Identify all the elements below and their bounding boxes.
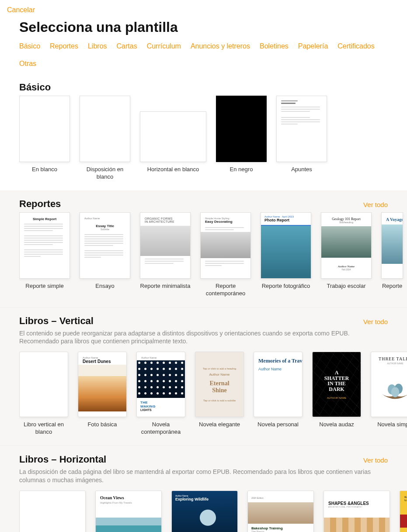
tab-libros[interactable]: Libros	[88, 42, 107, 50]
thumb-text: WAKING	[140, 404, 181, 408]
section-title-libros-v: Libros – Vertical	[19, 315, 94, 327]
thumb-text: AUTHOR NAME	[327, 397, 346, 399]
template-reporte-fotografico[interactable]: Author Name · April 2023Photo Report Rep…	[261, 212, 311, 297]
cancel-link[interactable]: Cancelar	[0, 0, 407, 16]
thumb-text: SHAPES &ANGLES	[328, 501, 385, 506]
thumb-bakeshop: 2024 Edition Bakeshop TrainingThe Basics	[247, 491, 314, 532]
caption: Novela elegante	[195, 421, 244, 428]
thumb-three-tales: THREE TALES AUTHOR NAME	[371, 352, 407, 417]
template-en-negro[interactable]: En negro	[216, 96, 267, 181]
tab-cartas[interactable]: Cartas	[117, 42, 137, 50]
tab-anuncios[interactable]: Anuncios y letreros	[191, 42, 250, 50]
template-novela-contemporanea[interactable]: Author Name THEWAKINGLIGHTS Novela conte…	[136, 352, 185, 436]
thumb-text: Recip	[404, 495, 405, 499]
thumb-text: Geology 101 Report	[326, 217, 367, 221]
thumb-text: IN THE	[327, 380, 345, 387]
section-reportes: Reportes Ver todo Simple Report Reporte …	[0, 190, 407, 307]
caption: Reporte minimalista	[140, 283, 191, 290]
template-en-blanco[interactable]: En blanco	[19, 96, 70, 181]
thumb-text: Bakeshop Training	[251, 526, 310, 530]
template-novela-simple[interactable]: THREE TALES AUTHOR NAME Novela simple	[371, 352, 407, 436]
thumb-voyage: A Voyage to	[381, 212, 403, 279]
template-novela-personal[interactable]: Memories of a Traveler Author Name Novel…	[254, 352, 303, 436]
template-reporte-minimalista[interactable]: ORGANIC FORMSIN ARCHITECTURE Reporte min…	[140, 212, 191, 297]
nest-icon	[378, 375, 407, 402]
thumb-blank	[19, 96, 70, 162]
tab-basico[interactable]: Básico	[19, 42, 40, 50]
thumb-ocean-views: Ocean ViewsHighlights From My Travels	[95, 491, 162, 532]
template-libro-vertical-blanco[interactable]: Libro vertical en blanco	[19, 352, 68, 436]
template-novela-audaz[interactable]: ASHATTERIN THEDARK AUTHOR NAME Novela au…	[312, 352, 361, 436]
thumb-text: Author Name	[141, 356, 181, 359]
template-libro-fotos[interactable]: SHAPES &ANGLESARCHITECTURAL PHOTOGRAPHY …	[324, 491, 390, 532]
tab-papeleria[interactable]: Papelería	[298, 42, 328, 50]
caption: Ensayo	[80, 283, 130, 290]
thumb-eternal-shine: Tap or click to add a heading Author Nam…	[195, 352, 244, 417]
template-trabajo-escolar[interactable]: Geology 101 ReportSubheading Author Name…	[321, 212, 372, 297]
template-apuntes[interactable]: Apuntes	[276, 96, 327, 181]
template-novela-elegante[interactable]: Tap or click to add a heading Author Nam…	[195, 352, 244, 436]
thumb-simple-report: Simple Report	[19, 212, 70, 279]
caption: Foto básica	[78, 421, 127, 428]
section-sub-libros-h: La disposición de cada página del libro …	[19, 468, 386, 484]
thumb-text: Author Name	[209, 373, 230, 377]
section-libros-vertical: Libros – Vertical Ver todo El contenido …	[0, 307, 407, 446]
thumb-text: The Basics	[251, 530, 310, 532]
svg-point-2	[391, 387, 400, 397]
thumb-waking-lights: Author Name THEWAKINGLIGHTS	[136, 352, 185, 417]
thumb-shatter-dark: ASHATTERIN THEDARK AUTHOR NAME	[312, 352, 361, 417]
thumb-text: LIGHTS	[140, 408, 181, 411]
thumb-text: Ocean Views	[100, 495, 157, 500]
thumb-text: Simple Report	[24, 217, 65, 221]
thumb-photo-report: Author Name · April 2023Photo Report	[261, 212, 311, 279]
caption: Novela personal	[254, 421, 303, 428]
thumb-text: SHATTER	[324, 375, 349, 381]
template-basico-h[interactable]: Ocean ViewsHighlights From My Travels Bá…	[95, 491, 162, 532]
see-all-libros-v[interactable]: Ver todo	[363, 318, 388, 325]
tab-boletines[interactable]: Boletines	[260, 42, 289, 50]
caption: Libro vertical en blanco	[19, 421, 68, 436]
template-partial-report[interactable]: A Voyage to Reporte	[381, 212, 403, 297]
tab-certificados[interactable]: Certificados	[337, 42, 374, 50]
thumb-contemp-report: Simple Home StylingEasy Decorating	[200, 212, 251, 279]
section-title-reportes: Reportes	[19, 198, 61, 210]
thumb-book-blank	[19, 352, 68, 417]
caption: Horizontal en blanco	[140, 166, 206, 173]
template-manual-entrenamiento[interactable]: 2024 Edition Bakeshop TrainingThe Basics…	[247, 491, 314, 532]
see-all-reportes[interactable]: Ver todo	[363, 201, 388, 208]
caption: Reporte fotográfico	[261, 283, 311, 290]
template-ensayo[interactable]: Author NameEssay TitleSubtitle Ensayo	[80, 212, 130, 297]
template-partial-recipe[interactable]: Recip by Au	[400, 491, 407, 532]
caption: En blanco	[19, 166, 70, 173]
thumb-memories-traveler: Memories of a Traveler Author Name	[254, 352, 303, 417]
thumb-text: Photo Report	[264, 218, 307, 222]
thumb-text: THREE TALES	[379, 356, 407, 361]
tab-reportes[interactable]: Reportes	[50, 42, 78, 50]
tab-curriculum[interactable]: Currículum	[147, 42, 181, 50]
section-sub-libros-v: El contenido se puede reorganizar para a…	[19, 329, 386, 346]
thumb-notes	[276, 96, 327, 162]
template-horizontal-en-blanco[interactable]: Horizontal en blanco	[140, 96, 206, 181]
thumb-minimal-report: ORGANIC FORMSIN ARCHITECTURE	[140, 212, 191, 279]
thumb-text: Easy Decorating	[205, 220, 246, 224]
template-disposicion-en-blanco[interactable]: Disposición en blanco	[80, 96, 130, 181]
thumb-exploring-wildlife: Author NameExploring Wildlife	[171, 491, 238, 532]
template-foto-basica[interactable]: Author NameDesert Dunes Foto básica	[78, 352, 127, 436]
thumb-text: IN ARCHITECTURE	[145, 220, 186, 223]
thumb-blank-layout	[80, 96, 130, 162]
tab-otras[interactable]: Otras	[19, 60, 36, 68]
thumb-text: Memories of a Traveler	[258, 358, 298, 364]
caption: En negro	[216, 166, 267, 173]
thumb-text: Tap or click to add a heading	[203, 367, 236, 370]
section-title-basico: Básico	[19, 82, 407, 93]
see-all-libros-h[interactable]: Ver todo	[363, 456, 388, 464]
thumb-text: Exploring Wildlife	[175, 497, 234, 501]
template-guia-estudio[interactable]: Author NameExploring Wildlife Guía de es…	[171, 491, 238, 532]
template-reporte-simple[interactable]: Simple Report Reporte simple	[19, 212, 70, 297]
thumb-text: DARK	[329, 386, 344, 392]
thumb-black	[216, 96, 267, 162]
thumb-text: 2024 Edition	[251, 497, 264, 499]
template-reporte-contemporaneo[interactable]: Simple Home StylingEasy Decorating Repor…	[200, 212, 251, 297]
thumb-text: by Au	[404, 499, 405, 501]
template-libro-horizontal-blanco[interactable]: Libro horizontal en blanco	[19, 491, 86, 532]
